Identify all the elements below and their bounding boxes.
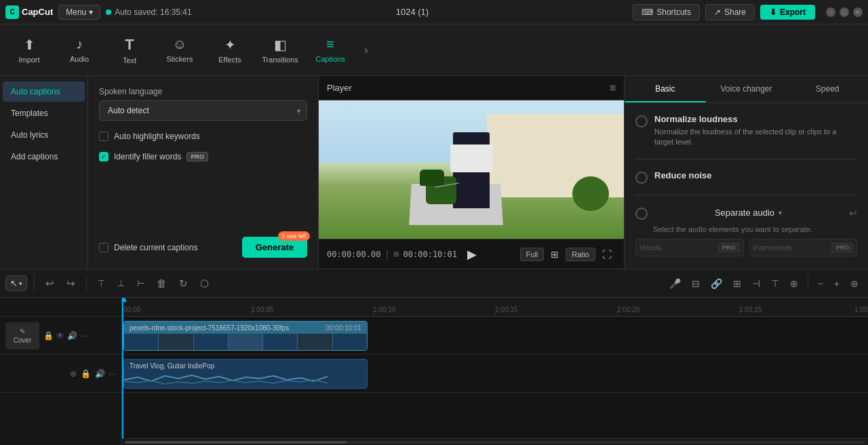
play-button[interactable]: ▶ <box>462 245 481 264</box>
vocals-button[interactable]: Vocals PRO <box>635 239 744 256</box>
magnetic-button[interactable]: ⊟ <box>688 275 704 292</box>
close-button[interactable]: ✕ <box>853 7 863 17</box>
unlink-button[interactable]: ⊞ <box>729 275 745 292</box>
tool-transitions[interactable]: ◧ Transitions <box>256 28 304 72</box>
audio-track-label: ⊕ 🔒 🔊 ··· <box>0 355 121 393</box>
split2-button[interactable]: ⊤ <box>767 275 783 292</box>
scrollbar-track <box>125 441 865 444</box>
chevron-down-icon: ▾ <box>19 280 22 287</box>
lock-track-icon[interactable]: 🔒 <box>43 331 54 341</box>
video-thumbnails <box>124 334 367 350</box>
tool-effects[interactable]: ✦ Effects <box>206 28 254 72</box>
crop-icon[interactable]: ⊞ <box>547 247 563 262</box>
timeline-toolbar: ↖ ▾ ↩ ↪ ⊤ ⊥ ⊢ 🗑 ↻ ⬡ 🎤 ⊟ 🔗 ⊞ ⊣ ⊤ ⊕ − + ⊛ <box>0 269 868 298</box>
share-button[interactable]: ↗ Share <box>705 4 755 20</box>
delete-captions-checkbox[interactable] <box>99 243 108 252</box>
lock-audio-icon[interactable]: 🔒 <box>81 369 91 379</box>
tab-speed[interactable]: Speed <box>787 76 868 102</box>
toolbar-separator2 <box>86 275 87 292</box>
import-icon: ⬆ <box>24 37 35 53</box>
undo-button[interactable]: ↩ <box>41 275 58 292</box>
add-audio-icon[interactable]: ⊕ <box>70 369 77 379</box>
video-clip[interactable]: pexels-rdne-stock-project-7516657-1920x1… <box>123 321 368 351</box>
right-panel-tabs: Basic Voice changer Speed <box>625 76 868 103</box>
grid-icon: ⊞ <box>394 249 399 259</box>
full-button[interactable]: Full <box>520 248 545 261</box>
playhead[interactable] <box>122 298 123 438</box>
pro-badge: PRO <box>186 152 208 161</box>
maximize-button[interactable]: □ <box>840 7 849 17</box>
tool-stickers[interactable]: ☺ Stickers <box>156 28 203 72</box>
reduce-noise-toggle[interactable] <box>635 172 648 184</box>
tool-captions[interactable]: ≡ Captions <box>307 28 354 72</box>
crop-button[interactable]: ⬡ <box>196 275 213 292</box>
cover-button[interactable]: ✎ Cover <box>5 322 39 349</box>
track-icons: 🔒 👁 🔊 ··· <box>43 331 87 341</box>
player-header: Player ≡ <box>319 76 624 100</box>
mic-button[interactable]: 🎤 <box>665 275 685 292</box>
normalize-loudness-desc: Normalize the loudness of the selected c… <box>654 127 857 148</box>
generate-button-wrapper: 5 use left Generate <box>242 237 307 258</box>
sidebar-item-auto-lyrics[interactable]: Auto lyrics <box>3 125 85 145</box>
tab-basic[interactable]: Basic <box>625 76 706 102</box>
split-button[interactable]: ⊥ <box>113 275 129 291</box>
sidebar-item-add-captions[interactable]: Add captions <box>3 147 85 167</box>
menu-button[interactable]: Menu ▾ <box>58 5 100 20</box>
bottom-timeline-area: ↖ ▾ ↩ ↪ ⊤ ⊥ ⊢ 🗑 ↻ ⬡ 🎤 ⊟ 🔗 ⊞ ⊣ ⊤ ⊕ − + ⊛ <box>0 269 868 445</box>
identify-filler-checkbox[interactable] <box>99 152 108 161</box>
timeline-track-labels: ✎ Cover 🔒 👁 🔊 ··· ⊕ 🔒 🔊 ··· <box>0 298 122 445</box>
video-track-label: ✎ Cover 🔒 👁 🔊 ··· <box>0 317 121 355</box>
normalize-loudness-option: Normalize loudness Normalize the loudnes… <box>635 114 857 148</box>
window-controls: − □ ✕ <box>826 7 863 17</box>
split-h-button[interactable]: ⊢ <box>133 275 149 291</box>
zoom-out-button[interactable]: − <box>814 275 827 292</box>
normalize-loudness-toggle[interactable] <box>635 115 648 128</box>
link-button[interactable]: 🔗 <box>707 275 726 292</box>
sidebar-item-auto-captions[interactable]: Auto captions <box>3 81 85 102</box>
instruments-button[interactable]: Instruments PRO <box>749 239 858 256</box>
scrollbar-thumb[interactable] <box>125 441 347 444</box>
timeline-scrollbar[interactable] <box>122 438 868 445</box>
auto-highlight-checkbox[interactable] <box>99 132 108 141</box>
copy-button[interactable]: ⊕ <box>786 275 802 292</box>
minimize-button[interactable]: − <box>826 7 835 17</box>
eye-icon[interactable]: 👁 <box>56 331 64 341</box>
ratio-button[interactable]: Ratio <box>566 248 595 261</box>
more-icon[interactable]: ··· <box>80 331 87 341</box>
spoken-language-select[interactable]: Auto detect <box>99 100 307 121</box>
stickers-icon: ☺ <box>173 37 186 52</box>
delete-button[interactable]: 🗑 <box>153 275 171 292</box>
normalize-loudness-title: Normalize loudness <box>654 114 857 124</box>
split-audio-video-button[interactable]: ⊤ <box>94 275 109 291</box>
toolbar-more-button[interactable]: › <box>357 28 376 72</box>
audio-more-icon[interactable]: ··· <box>109 369 116 379</box>
tool-import[interactable]: ⬆ Import <box>5 28 53 72</box>
rotate-button[interactable]: ↻ <box>175 275 192 292</box>
select-tool-button[interactable]: ↖ ▾ <box>5 275 27 291</box>
spoken-language-section: Spoken language Auto detect ▾ <box>99 87 307 121</box>
zoom-in-button[interactable]: + <box>830 275 844 292</box>
audio-track-icons: ⊕ 🔒 🔊 ··· <box>70 369 116 379</box>
tool-text[interactable]: T Text <box>106 28 153 72</box>
fit-button[interactable]: ⊛ <box>846 275 863 292</box>
scene-dog-head <box>420 170 444 186</box>
video-clip-name: pexels-rdne-stock-project-7516657-1920x1… <box>130 324 289 332</box>
separate-audio-toggle[interactable] <box>635 208 648 220</box>
redo-button[interactable]: ↪ <box>62 275 79 292</box>
ruler-tick-5 <box>739 311 740 316</box>
tool-audio[interactable]: ♪ Audio <box>56 28 103 72</box>
tab-voice-changer[interactable]: Voice changer <box>706 76 787 102</box>
export-button[interactable]: ⬇ Export <box>760 5 815 20</box>
undo-icon[interactable]: ↩ <box>849 208 857 218</box>
player-menu-button[interactable]: ≡ <box>610 82 616 94</box>
ruler-mark-3: 1:00:15 <box>495 306 517 313</box>
effects-icon: ✦ <box>224 37 236 53</box>
audio-clip[interactable]: Travel Vlog, Guitar IndiePop <box>123 359 368 389</box>
fullscreen-icon[interactable]: ⛶ <box>598 247 616 262</box>
volume-icon[interactable]: 🔊 <box>67 331 77 341</box>
sidebar-item-templates[interactable]: Templates <box>3 103 85 123</box>
right-panel: Basic Voice changer Speed Normalize loud… <box>624 76 868 269</box>
lock-button[interactable]: ⊣ <box>748 275 764 292</box>
audio-volume-icon[interactable]: 🔊 <box>95 369 105 379</box>
shortcuts-button[interactable]: ⌨ Shortcuts <box>633 4 700 20</box>
